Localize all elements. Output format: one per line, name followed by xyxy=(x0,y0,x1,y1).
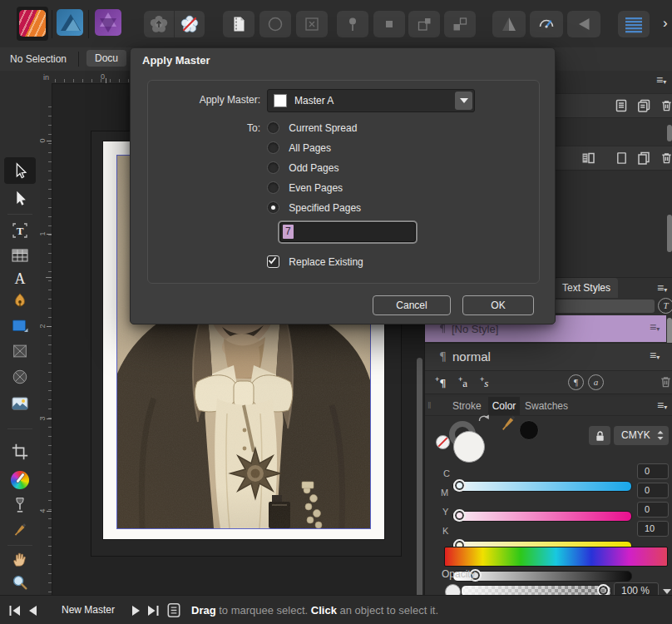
node-tool[interactable] xyxy=(7,186,32,210)
view-tool[interactable] xyxy=(7,547,32,572)
lock-color-button[interactable] xyxy=(589,426,610,445)
specified-pages-input[interactable]: 7 xyxy=(278,220,418,244)
color-picker-button[interactable] xyxy=(498,414,518,435)
master-select-dropdown-button[interactable] xyxy=(455,92,472,110)
style-row-menu-icon[interactable]: ≡▾ xyxy=(650,349,660,362)
affinity-designer-icon[interactable] xyxy=(57,9,83,36)
picture-frame-rectangle-tool[interactable] xyxy=(7,339,32,364)
cancel-button[interactable]: Cancel xyxy=(373,295,451,315)
swap-fill-stroke-button[interactable] xyxy=(478,414,490,423)
style-row-menu-icon[interactable]: ≡▾ xyxy=(650,320,660,334)
filter-by-text-icon[interactable]: T xyxy=(658,298,672,314)
rectangle-tool[interactable] xyxy=(7,314,32,339)
page-list-button[interactable] xyxy=(166,602,181,618)
zoom-tool[interactable] xyxy=(7,570,32,595)
persona-flower-disabled-button[interactable] xyxy=(175,11,205,37)
color-picker-tool[interactable] xyxy=(7,518,32,542)
duplicate-master-button[interactable] xyxy=(637,99,650,112)
show-paragraph-styles-toggle[interactable]: ¶ xyxy=(568,374,584,390)
masters-scrollbar-thumb[interactable] xyxy=(667,125,672,141)
radio-circle[interactable] xyxy=(267,161,279,174)
persona-flower-upload-button[interactable] xyxy=(144,11,174,37)
magenta-value[interactable]: 0 xyxy=(637,483,669,498)
place-image-tool[interactable] xyxy=(7,391,32,416)
close-box-button[interactable] xyxy=(296,11,328,37)
ok-button[interactable]: OK xyxy=(462,295,534,315)
delete-master-button[interactable] xyxy=(660,99,672,112)
radio-circle[interactable] xyxy=(267,181,279,194)
magenta-slider[interactable] xyxy=(452,511,632,522)
new-paragraph-style-button[interactable]: +¶ xyxy=(435,375,447,389)
style-row-normal[interactable]: ¶ normal ≡▾ xyxy=(425,343,672,370)
black-slider[interactable] xyxy=(452,571,632,582)
canvas-vertical-scrollbar[interactable] xyxy=(417,358,422,595)
anchor-button[interactable] xyxy=(373,11,405,37)
radio-even-pages[interactable]: Even Pages xyxy=(267,181,343,194)
fill-color-well[interactable] xyxy=(453,431,485,463)
picked-color-swatch[interactable] xyxy=(519,420,539,440)
pages-scrollbar-thumb[interactable] xyxy=(667,215,672,252)
tab-stroke[interactable]: Stroke xyxy=(452,400,482,412)
pages-panel-menu-icon[interactable]: ≡▾ xyxy=(656,73,666,87)
picture-frame-ellipse-tool[interactable] xyxy=(7,364,32,389)
frame-text-tool[interactable]: T xyxy=(7,218,32,243)
toolbar-overflow-chevron[interactable]: › xyxy=(663,16,668,30)
radio-circle[interactable] xyxy=(267,201,279,214)
radio-circle[interactable] xyxy=(267,121,279,134)
radio-specified-pages[interactable]: Specified Pages xyxy=(267,201,361,214)
opacity-dropdown-button[interactable] xyxy=(663,589,671,594)
text-styles-menu-icon[interactable]: ≡▾ xyxy=(657,281,667,295)
master-select[interactable]: Master A xyxy=(267,89,475,112)
radio-all-pages[interactable]: All Pages xyxy=(267,141,331,154)
cyan-slider-thumb[interactable] xyxy=(453,479,466,492)
new-style-from-selection-button[interactable]: +s xyxy=(480,375,488,390)
fill-tool[interactable] xyxy=(7,468,32,493)
edit-master-button[interactable] xyxy=(615,99,628,112)
new-page-button[interactable] xyxy=(223,11,254,37)
publisher-persona-button[interactable] xyxy=(17,7,48,41)
color-spectrum-bar[interactable] xyxy=(444,547,668,567)
yellow-value[interactable]: 0 xyxy=(637,502,669,518)
black-value[interactable]: 10 xyxy=(637,521,669,537)
tab-color[interactable]: Color xyxy=(488,397,520,415)
show-character-styles-toggle[interactable]: a xyxy=(588,374,604,390)
tab-text-styles[interactable]: Text Styles xyxy=(555,278,618,298)
pen-tool[interactable] xyxy=(7,289,32,314)
spread-view-button[interactable] xyxy=(581,151,595,165)
transparency-tool[interactable] xyxy=(7,493,32,518)
rotate-button[interactable] xyxy=(530,11,563,37)
radio-odd-pages[interactable]: Odd Pages xyxy=(267,161,338,174)
magenta-slider-thumb[interactable] xyxy=(453,509,466,522)
add-page-button[interactable] xyxy=(615,151,628,165)
group-button[interactable] xyxy=(408,11,440,37)
ellipse-placeholder-button[interactable] xyxy=(259,11,291,37)
replace-existing-checkbox[interactable]: Replace Existing xyxy=(267,255,363,268)
previous-page-button[interactable] xyxy=(27,605,37,617)
new-character-style-button[interactable]: +a xyxy=(458,375,467,390)
next-page-button[interactable] xyxy=(131,605,141,617)
flip-horizontal-button[interactable] xyxy=(567,11,600,37)
duplicate-page-button[interactable] xyxy=(637,151,650,165)
cyan-slider[interactable] xyxy=(452,481,632,492)
color-panel-menu-icon[interactable]: ≡▾ xyxy=(657,399,667,412)
table-tool[interactable] xyxy=(7,243,32,268)
text-frame-properties-button[interactable] xyxy=(618,11,650,37)
move-tool[interactable] xyxy=(7,158,32,183)
radio-current-spread[interactable]: Current Spread xyxy=(267,121,357,134)
radio-circle[interactable] xyxy=(267,141,279,154)
last-page-button[interactable] xyxy=(147,605,161,617)
delete-page-button[interactable] xyxy=(660,151,672,165)
document-setup-button[interactable]: Docu xyxy=(86,50,126,67)
tab-swatches[interactable]: Swatches xyxy=(525,400,568,412)
delete-style-button[interactable] xyxy=(660,375,672,389)
artistic-text-tool[interactable]: A xyxy=(7,266,32,291)
cyan-value[interactable]: 0 xyxy=(637,463,669,479)
current-page-name[interactable]: New Master xyxy=(62,596,115,624)
no-color-button[interactable] xyxy=(436,435,450,449)
color-mode-select[interactable]: CMYK xyxy=(614,426,669,445)
ungroup-button[interactable] xyxy=(444,11,476,37)
checkbox-box[interactable] xyxy=(267,255,279,268)
flip-vertical-button[interactable] xyxy=(492,11,526,37)
crop-tool[interactable] xyxy=(7,439,32,464)
affinity-photo-icon[interactable] xyxy=(95,9,121,36)
